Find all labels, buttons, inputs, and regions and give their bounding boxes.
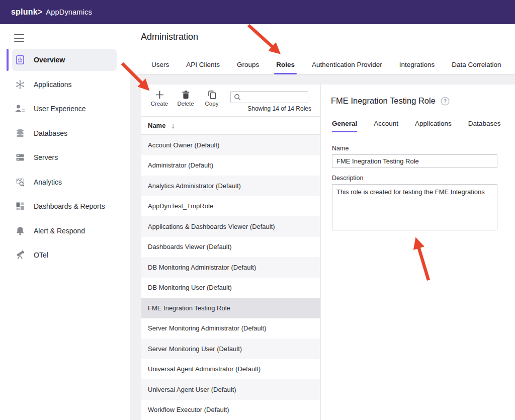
role-name-input[interactable] [332,154,497,168]
roles-column-header: Name ↓ [141,117,320,135]
sidebar-item-overview[interactable]: Overview [12,49,117,71]
role-row[interactable]: DB Monitoring User (Default) [141,278,320,298]
role-row[interactable]: DB Monitoring Administrator (Default) [141,257,320,278]
description-field-label: Description [332,175,515,182]
role-row[interactable]: Universal Agent User (Default) [141,379,320,400]
servers-icon [15,152,25,162]
tab-applications[interactable]: Applications [415,117,452,132]
sidebar: Overview Applications [0,24,130,420]
sidebar-item-dashboards-reports[interactable]: Dashboards & Reports [0,195,130,217]
dashboards-reports-icon [15,201,25,211]
svg-text:?: ? [444,98,447,104]
plus-icon [155,90,164,100]
roles-toolbar: Create Delete Copy [141,85,320,117]
role-row[interactable]: Account Owner (Default) [141,135,320,155]
roles-search-box[interactable] [230,91,308,103]
role-detail-tabs: General Account Applications Databases [321,117,515,132]
sidebar-item-label: Analytics [34,178,62,186]
tab-groups[interactable]: Groups [237,55,259,74]
role-detail-title: FME Inegration Testing Role [331,96,436,106]
search-icon [234,94,241,101]
sidebar-item-user-experience[interactable]: User Experience [0,98,130,120]
sidebar-item-label: Alert & Respond [34,227,85,235]
tab-general[interactable]: General [332,117,357,132]
sidebar-item-label: Dashboards & Reports [34,202,105,210]
sidebar-nav: Overview Applications [0,49,130,266]
roles-search-input[interactable] [243,94,308,101]
role-row-selected[interactable]: FME Inegration Testing Role [141,298,320,318]
sidebar-item-label: Databases [34,129,67,137]
role-row[interactable]: AppDynTest_TmpRole [141,196,320,217]
create-button[interactable]: Create [146,88,173,107]
delete-button[interactable]: Delete [173,88,199,107]
role-row[interactable]: Universal Agent Administrator (Default) [141,359,320,380]
topbar: splunk> AppDynamics [0,0,515,24]
roles-count-text: Showing 14 of 14 Roles [247,105,311,112]
question-circle-icon[interactable]: ? [441,97,450,106]
analytics-icon [15,177,25,187]
sidebar-item-alert-respond[interactable]: Alert & Respond [0,220,130,242]
sidebar-item-analytics[interactable]: Analytics [0,171,130,193]
create-button-label: Create [151,101,168,107]
appdynamics-logo-text: AppDynamics [46,8,92,16]
roles-list: Account Owner (Default) Administrator (D… [141,135,320,420]
role-row[interactable]: Workflow Executor (Default) [141,400,320,420]
alert-respond-icon [15,226,25,236]
sidebar-item-otel[interactable]: OTel [0,244,130,266]
sidebar-item-label: Servers [34,153,58,161]
sidebar-item-servers[interactable]: Servers [0,146,130,169]
role-row[interactable]: Analytics Administrator (Default) [141,176,320,196]
tab-users[interactable]: Users [151,55,169,74]
tab-account[interactable]: Account [374,117,398,132]
sidebar-item-label: User Experience [34,105,86,113]
copy-button[interactable]: Copy [199,88,225,107]
overview-icon [15,55,25,65]
trash-icon [181,90,191,100]
roles-list-panel: Create Delete Copy [141,85,320,420]
sidebar-item-databases[interactable]: Databases [0,122,130,144]
role-row[interactable]: Server Monitoring Administrator (Default… [141,318,320,339]
admin-header: Administration Users API Clients Groups … [130,24,515,74]
tab-integrations[interactable]: Integrations [399,55,435,74]
sidebar-item-label: Applications [34,80,72,89]
tab-data-correlation[interactable]: Data Correlation [452,55,501,74]
delete-button-label: Delete [177,101,194,107]
tab-authentication-provider[interactable]: Authentication Provider [312,55,382,74]
copy-button-label: Copy [205,101,219,107]
sidebar-item-label: Overview [34,56,65,64]
user-experience-icon [15,104,25,114]
sidebar-item-applications[interactable]: Applications [0,73,130,96]
role-row[interactable]: Dashboards Viewer (Default) [141,237,320,258]
splunk-logo: splunk> [11,8,42,17]
name-field-label: Name [332,145,515,152]
role-row[interactable]: Applications & Dashboards Viewer (Defaul… [141,216,320,237]
tab-databases[interactable]: Databases [468,117,501,132]
copy-icon [207,90,217,100]
admin-tabs: Users API Clients Groups Roles Authentic… [151,55,501,74]
role-detail-panel: FME Inegration Testing Role ? General Ac… [321,85,515,420]
role-row[interactable]: Administrator (Default) [141,155,320,176]
applications-icon [15,79,25,90]
otel-icon [15,250,25,260]
hamburger-menu-icon[interactable] [14,34,24,42]
page-title: Administration [141,32,198,42]
tab-roles[interactable]: Roles [276,55,295,74]
role-row[interactable]: Server Monitoring User (Default) [141,339,320,359]
sort-descending-icon[interactable]: ↓ [171,122,175,130]
name-column-label: Name [148,122,165,129]
databases-icon [15,128,25,138]
tab-api-clients[interactable]: API Clients [186,55,220,74]
role-description-textarea[interactable]: This role is created for testing the FME… [332,184,497,230]
sidebar-item-label: OTel [34,251,48,259]
